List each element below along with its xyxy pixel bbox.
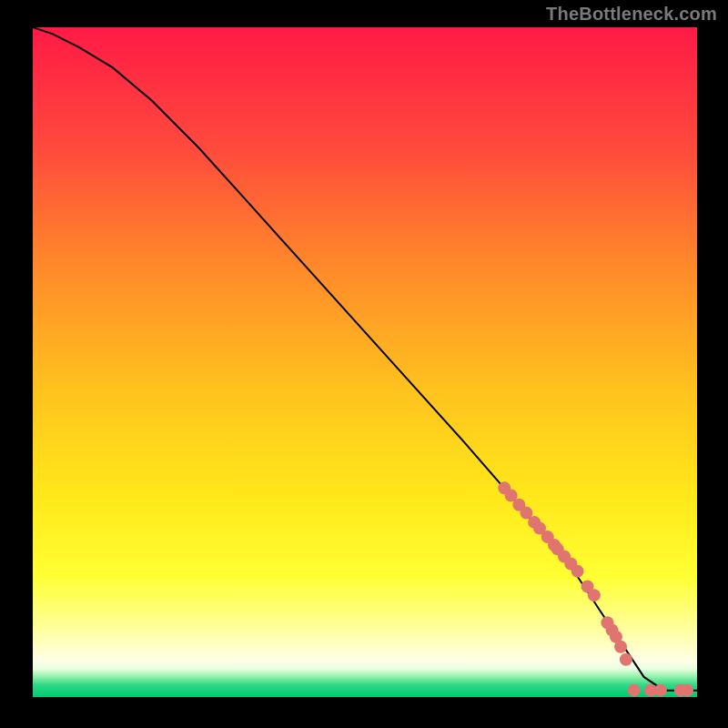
data-marker <box>571 565 584 578</box>
data-marker <box>628 684 641 697</box>
data-marker <box>654 684 667 697</box>
plot-area <box>33 27 697 697</box>
data-marker <box>681 684 693 697</box>
data-marker <box>620 653 632 666</box>
marker-group <box>498 481 693 696</box>
attribution-label: TheBottleneck.com <box>546 4 717 25</box>
chart-stage: TheBottleneck.com <box>0 0 728 728</box>
data-marker <box>614 641 627 653</box>
curve-layer <box>33 27 697 697</box>
data-marker <box>588 589 601 602</box>
